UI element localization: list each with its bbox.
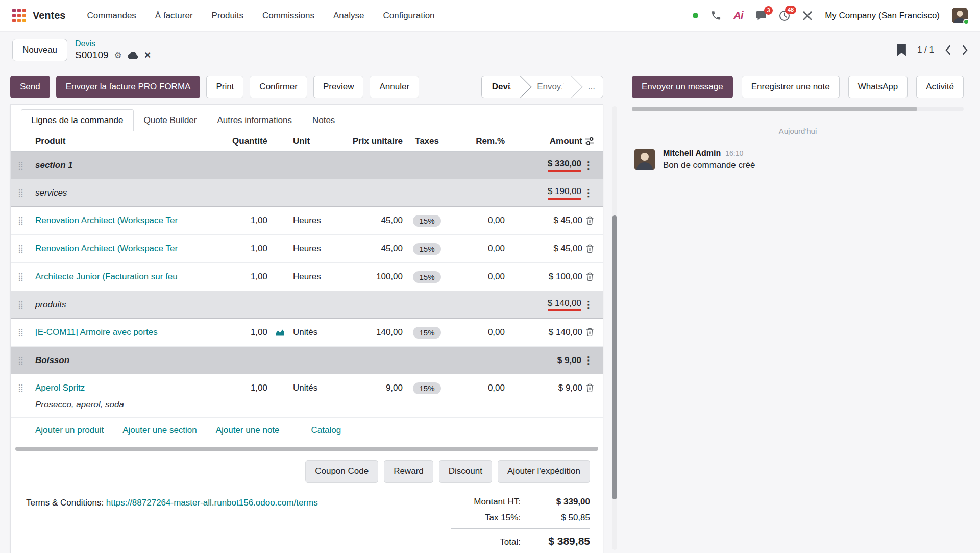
tab-quote-builder[interactable]: Quote Builder <box>134 109 207 131</box>
drag-handle-icon[interactable]: ⣿ <box>18 300 35 309</box>
product-name[interactable]: [E-COM11] Armoire avec portes <box>35 327 202 338</box>
discard-icon[interactable]: × <box>144 50 151 61</box>
unit-price-cell[interactable]: 140,00 <box>344 327 403 338</box>
section-row[interactable]: ⣿ Boisson $ 9,00 ⋮ <box>11 347 603 374</box>
drag-handle-icon[interactable]: ⣿ <box>18 383 35 393</box>
section-name[interactable]: Boisson <box>35 355 504 366</box>
add-note-link[interactable]: Ajouter une note <box>216 425 280 436</box>
order-line-row[interactable]: ⣿ Renovation Architect (Workspace Ter 1,… <box>11 207 603 235</box>
tax-badge[interactable]: 15% <box>413 243 440 255</box>
section-menu-icon[interactable]: ⋮ <box>581 187 596 199</box>
vertical-scrollbar-thumb[interactable] <box>612 215 617 499</box>
product-name[interactable]: Renovation Architect (Workspace Ter <box>35 244 202 254</box>
cancel-button[interactable]: Annuler <box>370 76 419 98</box>
tab-order-lines[interactable]: Lignes de la commande <box>21 109 134 131</box>
delete-line-icon[interactable] <box>582 328 597 337</box>
chatter-scrollbar-thumb[interactable] <box>632 107 917 111</box>
discount-cell[interactable]: 0,00 <box>451 244 505 254</box>
pager-next-icon[interactable] <box>962 45 968 55</box>
tax-badge[interactable]: 15% <box>413 271 440 283</box>
coupon-code-button[interactable]: Coupon Code <box>305 460 378 483</box>
gear-icon[interactable]: ⚙ <box>114 50 122 61</box>
delete-line-icon[interactable] <box>582 216 597 225</box>
new-button[interactable]: Nouveau <box>12 39 67 61</box>
order-line-row[interactable]: ⣿ Aperol Spritz 1,00 Unités 9,00 15% 0,0… <box>11 374 603 418</box>
proforma-button[interactable]: Envoyer la facture PRO FORMA <box>56 76 201 98</box>
unit-cell[interactable]: Heures <box>267 244 344 254</box>
confirm-button[interactable]: Confirmer <box>250 76 307 98</box>
send-button[interactable]: Send <box>10 76 50 98</box>
order-line-row[interactable]: ⣿ Architecte Junior (Facturation sur feu… <box>11 263 603 291</box>
discount-cell[interactable]: 0,00 <box>451 272 505 282</box>
unit-price-cell[interactable]: 100,00 <box>344 272 403 282</box>
terms-link[interactable]: https://88727264-master-all.runbot156.od… <box>106 498 318 508</box>
product-name[interactable]: Architecte Junior (Facturation sur feu <box>35 272 202 282</box>
catalog-link[interactable]: Catalog <box>311 425 341 436</box>
unit-price-cell[interactable]: 9,00 <box>344 383 403 393</box>
tools-icon[interactable] <box>802 11 813 21</box>
section-menu-icon[interactable]: ⋮ <box>581 159 596 171</box>
drag-handle-icon[interactable]: ⣿ <box>18 272 35 281</box>
tab-notes[interactable]: Notes <box>302 109 345 131</box>
product-name[interactable]: Renovation Architect (Workspace Ter <box>35 215 202 226</box>
bookmark-icon[interactable] <box>897 44 906 56</box>
status-step-devis[interactable]: Devis <box>482 76 523 98</box>
order-line-row[interactable]: ⣿ Renovation Architect (Workspace Ter 1,… <box>11 235 603 263</box>
pager-previous-icon[interactable] <box>945 45 951 55</box>
message-avatar[interactable] <box>634 149 655 170</box>
ai-icon[interactable]: Ai <box>733 10 743 21</box>
drag-handle-icon[interactable]: ⣿ <box>18 216 35 225</box>
product-name[interactable]: Aperol Spritz <box>35 383 202 393</box>
product-description[interactable]: Prosecco, aperol, soda <box>11 400 603 417</box>
apps-menu-icon[interactable] <box>12 9 26 22</box>
log-note-button[interactable]: Enregistrer une note <box>742 76 840 98</box>
add-product-link[interactable]: Ajouter un produit <box>35 425 104 436</box>
unit-price-cell[interactable]: 45,00 <box>344 215 403 226</box>
discount-button[interactable]: Discount <box>439 460 492 483</box>
save-cloud-icon[interactable] <box>128 51 139 59</box>
quantity-cell[interactable]: 1,00 <box>202 327 267 338</box>
section-row[interactable]: ⣿ services $ 190,00 ⋮ <box>11 179 603 207</box>
add-shipping-button[interactable]: Ajouter l'expédition <box>498 460 590 483</box>
activity-button[interactable]: Activité <box>916 76 964 98</box>
unit-cell[interactable]: Heures <box>267 215 344 226</box>
nav-item-produits[interactable]: Produits <box>212 11 243 21</box>
chatter-scrollbar[interactable] <box>632 107 964 111</box>
section-row[interactable]: ⣿ section 1 $ 330,00 ⋮ <box>11 152 603 179</box>
quantity-cell[interactable]: 1,00 <box>202 272 267 282</box>
nav-item-commandes[interactable]: Commandes <box>87 11 136 21</box>
send-message-button[interactable]: Envoyer un message <box>632 76 733 98</box>
reward-button[interactable]: Reward <box>384 460 433 483</box>
nav-item-a-facturer[interactable]: À facturer <box>155 11 193 21</box>
breadcrumb-parent[interactable]: Devis <box>75 39 151 49</box>
tax-badge[interactable]: 15% <box>413 382 440 394</box>
section-menu-icon[interactable]: ⋮ <box>581 354 596 366</box>
forecast-chart-icon[interactable] <box>275 329 285 336</box>
tab-other-info[interactable]: Autres informations <box>207 109 302 131</box>
nav-item-analyse[interactable]: Analyse <box>333 11 364 21</box>
whatsapp-button[interactable]: WhatsApp <box>848 76 908 98</box>
phone-icon[interactable] <box>710 10 721 21</box>
unit-cell[interactable]: Heures <box>267 272 344 282</box>
company-name[interactable]: My Company (San Francisco) <box>825 11 940 21</box>
section-name[interactable]: produits <box>35 300 504 310</box>
vertical-scrollbar[interactable] <box>612 106 617 550</box>
horizontal-scrollbar[interactable] <box>15 447 598 451</box>
activity-clock-icon[interactable]: 48 <box>779 10 790 21</box>
user-avatar[interactable] <box>952 8 968 23</box>
section-row[interactable]: ⣿ produits $ 140,00 ⋮ <box>11 291 603 319</box>
unit-cell[interactable]: Unités <box>267 383 344 393</box>
nav-item-commissions[interactable]: Commissions <box>262 11 314 21</box>
discount-cell[interactable]: 0,00 <box>451 215 505 226</box>
section-name[interactable]: services <box>35 188 504 198</box>
section-name[interactable]: section 1 <box>35 160 504 171</box>
drag-handle-icon[interactable]: ⣿ <box>18 328 35 337</box>
drag-handle-icon[interactable]: ⣿ <box>18 244 35 253</box>
quantity-cell[interactable]: 1,00 <box>202 244 267 254</box>
app-name[interactable]: Ventes <box>33 10 65 21</box>
discount-cell[interactable]: 0,00 <box>451 383 505 393</box>
discount-cell[interactable]: 0,00 <box>451 327 505 338</box>
unit-price-cell[interactable]: 45,00 <box>344 244 403 254</box>
quantity-cell[interactable]: 1,00 <box>202 215 267 226</box>
drag-handle-icon[interactable]: ⣿ <box>18 356 35 365</box>
